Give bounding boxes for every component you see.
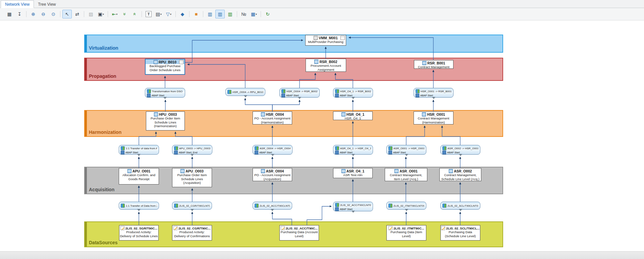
expand-chevron-icon[interactable] — [298, 97, 301, 99]
display-mode-alt-icon[interactable]: ▥ — [225, 10, 235, 18]
expand-chevron-icon[interactable] — [271, 209, 274, 211]
node-asr_o001[interactable]: ASR_O001Contract Management,Item Level (… — [385, 168, 427, 181]
transformation-t10[interactable]: ASR_O001 -> HSR_O001ABAP Start — [386, 145, 426, 155]
network-view-canvas[interactable]: VirtualizationPropagationHarmonizationAc… — [0, 20, 644, 251]
expand-chevron-icon[interactable] — [163, 97, 167, 99]
transformation-t7[interactable]: APU_O003 -> HPU_O003ABAP Start, End — [172, 145, 212, 155]
node-subtitle: Contract Management — [414, 116, 453, 120]
expand-chevron-icon[interactable] — [352, 97, 355, 99]
collapse-all-icon-glyph: » — [122, 13, 127, 15]
node-style-icon[interactable]: ▣▾ — [96, 10, 106, 18]
expand-chevron-icon[interactable] — [271, 154, 274, 156]
transformation-t6[interactable]: 1:1 Transfer of data from APU...ABAP Sta… — [119, 145, 159, 155]
display-mode-selected-icon[interactable]: ▥ — [215, 10, 225, 18]
layout-grid-icon[interactable]: ▦ — [5, 10, 14, 18]
transformation-t8[interactable]: ASR_O004 -> HSR_O004ABAP Start — [253, 145, 292, 155]
table-display-icon-glyph: ▤ — [156, 12, 160, 16]
table-display-icon[interactable]: ▤▾ — [154, 10, 163, 18]
node-asr_o4_1[interactable]: ASR_O4_1ASR Test Alin — [333, 168, 373, 178]
expand-chevron-icon[interactable] — [244, 95, 247, 97]
table-display-icon-dropdown[interactable]: ▾ — [160, 13, 162, 16]
node-style-icon-dropdown[interactable]: ▾ — [103, 13, 104, 16]
transformation-t4[interactable]: HSR_O4_1 -> RSR_B002ABAP Start — [333, 88, 373, 98]
node-hsr_o4_1[interactable]: HSR_O4_1HSR_O4_1 — [333, 111, 373, 120]
transformation-t17[interactable]: 2LIS_02_SCL/T90CLNT090 ->... — [440, 202, 480, 210]
node-ds_itm[interactable]: 2LIS_02_ITM/T90C...Purchasing Data (Item… — [386, 225, 426, 241]
expand-chevron-icon[interactable] — [137, 209, 141, 211]
note-icon[interactable] — [179, 60, 183, 64]
node-hsr_o004[interactable]: HSR_O004PO - Account Assignment(Harmoniz… — [253, 111, 292, 124]
collapse-all-icon[interactable]: » — [120, 10, 129, 18]
node-hsr_o001[interactable]: HSR_O001Contract Management(Harmonizatio… — [414, 111, 453, 124]
transformation-icon — [335, 203, 339, 207]
expand-chevron-icon[interactable] — [459, 209, 462, 211]
package-icon[interactable]: ◆ — [178, 10, 187, 18]
transformation-t3[interactable]: HSR_O004 -> RSR_B002ABAP Start — [279, 88, 320, 98]
pin-layout-icon[interactable]: ↧ — [15, 10, 24, 18]
expand-chevron-icon[interactable] — [352, 154, 355, 156]
legend-icon[interactable]: ■ — [192, 10, 201, 18]
refresh-icon[interactable]: ↻ — [263, 10, 272, 18]
node-rsr_b001[interactable]: RSR_B001Contract Management — [414, 60, 453, 69]
zoom-in-icon[interactable]: ⊕ — [29, 10, 38, 18]
expand-chevron-icon[interactable] — [191, 154, 194, 156]
node-asr_o002[interactable]: ASR_O002Contract Management,Schedule Lin… — [439, 168, 481, 181]
datasource-icon — [441, 226, 445, 230]
transformation-t9[interactable]: ASR_O4_1 -> HSR_O4_1ABAP Start — [333, 145, 373, 155]
node-rsr_b002[interactable]: RSR_B002Procurement AccountAssignment — [306, 59, 346, 72]
expand-chevron-icon[interactable] — [432, 97, 435, 99]
expand-chevron-icon[interactable] — [405, 209, 408, 211]
transformation-row: 1:1 Transfer of data from APU... — [121, 146, 157, 150]
transformation-t5[interactable]: HSR_O001 -> RSR_B001ABAP Start — [414, 88, 453, 98]
expand-all-icon[interactable]: « — [130, 10, 140, 18]
node-ds_sgr[interactable]: 2LIS_02_SGR/T90C...Produced Activity:Del… — [119, 225, 159, 241]
node-title-row: 2LIS_02_SGR/T90C... — [119, 225, 158, 230]
expand-chevron-icon[interactable] — [137, 154, 141, 156]
zoom-fit-icon[interactable]: ⊙ — [49, 10, 58, 18]
node-subtitle: Contract Management — [414, 65, 453, 69]
filter-icon[interactable]: ▽▾ — [164, 10, 173, 18]
node-subtitle: Allocation Confirm. and — [119, 173, 159, 177]
marker-tool-icon[interactable]: ▨ — [86, 10, 96, 18]
node-ds_scl[interactable]: 2LIS_02_SCL/T90CL...Purchasing Data(Sche… — [440, 225, 480, 241]
node-ds_acc[interactable]: 2LIS_02_ACC/T90C...Purchasing Data (Acco… — [279, 225, 319, 241]
transformation-t14[interactable]: 2LIS_02_ACC/T90CLNT090 ->... — [253, 202, 292, 210]
tab-network-view[interactable]: Network View — [1, 0, 34, 8]
tab-tree-view[interactable]: Tree View — [34, 1, 60, 8]
node-ds_cgr[interactable]: 2LIS_02_CGR/T90C...Produced Activity:Del… — [172, 225, 212, 241]
expand-chevron-icon[interactable] — [405, 154, 408, 156]
node-title-row: HSR_O004 — [253, 112, 292, 116]
zoom-out-icon[interactable]: ⊖ — [39, 10, 48, 18]
node-rpu_b010[interactable]: RPU_B010Backlogged PurchaseOrder Schedul… — [145, 59, 185, 75]
node-asr_o004[interactable]: ASR_O004PO - Account Assignment(Acquisit… — [253, 168, 292, 181]
transformation-t16[interactable]: 2LIS_02_ITM/T90CLNT090 ->... — [386, 202, 426, 210]
pan-hand-icon[interactable]: ⇄ — [72, 10, 82, 18]
transformation-t13[interactable]: 2LIS_02_CGR/T90CLNT090 ->... — [172, 202, 212, 210]
select-cursor-icon[interactable]: ↖ — [62, 10, 72, 18]
toolbar-separator — [26, 11, 26, 17]
transformation-t11[interactable]: ASR_O002 -> HSR_O001ABAP Start — [440, 145, 480, 155]
chart-options-icon[interactable]: ▦▾ — [249, 10, 259, 18]
expand-chevron-icon[interactable] — [191, 209, 194, 211]
expand-chevron-icon[interactable] — [459, 154, 462, 156]
jump-to-start-icon[interactable]: ⇤▾ — [110, 10, 119, 18]
expand-chevron-icon[interactable] — [352, 211, 355, 213]
node-apu_o001[interactable]: APU_O001Allocation Confirm. andGoods Rec… — [119, 168, 159, 185]
display-mode-network-icon[interactable]: ▥ — [205, 10, 215, 18]
chart-options-icon-dropdown[interactable]: ▾ — [256, 13, 257, 16]
transformation-t15[interactable]: 2LIS_02_ACC/T90CLNT090 ->...ABAP Start — [333, 202, 373, 211]
toolbar-separator — [60, 11, 60, 17]
transformation-t1[interactable]: Transformation from DSO HP...ABAP Start — [145, 88, 185, 98]
text-tool-icon[interactable]: T — [144, 10, 153, 18]
node-subtitle: Produced Activity: — [119, 230, 158, 234]
note-icon[interactable] — [340, 36, 345, 40]
node-vmm_m001[interactable]: VMM_M001MultiProvider Purchasing — [305, 35, 346, 46]
node-apu_o003[interactable]: APU_O003Purchase Order ItemSchedule Line… — [172, 168, 212, 187]
sequence-icon[interactable]: № — [239, 10, 249, 18]
filter-icon-dropdown[interactable]: ▾ — [170, 13, 171, 16]
transformation-t12[interactable]: 1:1 Transfer of Data from 2LIS... — [119, 202, 159, 210]
jump-to-start-icon-dropdown[interactable]: ▾ — [116, 13, 117, 16]
node-hpu_o003[interactable]: HPU_O003Purchase Order ItemSchedule Line… — [146, 111, 185, 131]
transformation-t2[interactable]: HSR_O004 -> RPU_B010 — [225, 88, 265, 96]
node-subtitle: (Acquisition) — [172, 181, 212, 185]
